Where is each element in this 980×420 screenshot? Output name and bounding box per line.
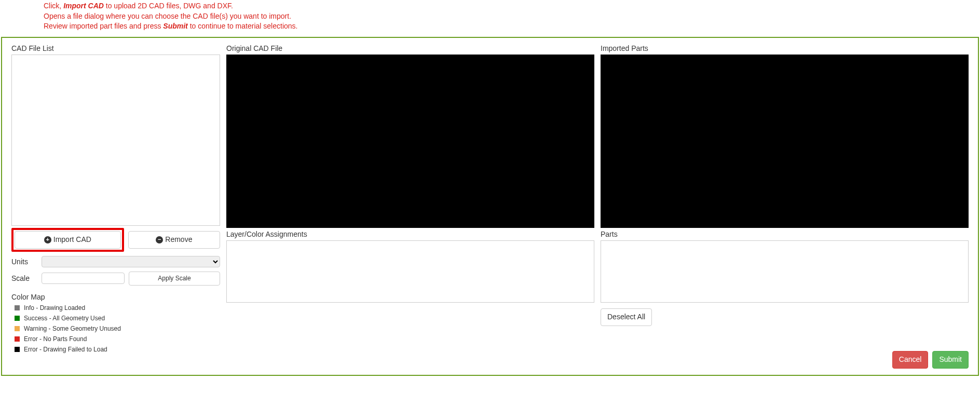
cad-file-list-title: CAD File List xyxy=(11,44,220,52)
text: Click, xyxy=(44,2,63,10)
original-cad-viewer[interactable] xyxy=(226,55,594,228)
color-map-title: Color Map xyxy=(11,293,220,301)
swatch-info-icon xyxy=(15,305,20,310)
units-label: Units xyxy=(11,258,37,266)
button-label: Deselect All xyxy=(607,312,645,322)
deselect-all-button[interactable]: Deselect All xyxy=(601,308,652,326)
text: Review imported part files and press xyxy=(44,22,163,30)
button-label: Submit xyxy=(939,355,962,365)
middle-column: Original CAD File Layer/Color Assignment… xyxy=(226,44,594,356)
legend-label: Warning - Some Geometry Unused xyxy=(24,325,121,332)
swatch-error-icon xyxy=(15,336,20,342)
right-column: Imported Parts Parts Deselect All xyxy=(601,44,969,356)
scale-input[interactable] xyxy=(42,273,125,284)
legend-label: Error - No Parts Found xyxy=(24,335,87,343)
instruction-line-3: Review imported part files and press Sub… xyxy=(44,21,980,32)
imported-parts-title: Imported Parts xyxy=(601,44,969,52)
instruction-line-1: Click, Import CAD to upload 2D CAD files… xyxy=(44,1,980,11)
button-label: Import CAD xyxy=(53,235,91,245)
original-cad-title: Original CAD File xyxy=(226,44,594,52)
legend-success: Success - All Geometry Used xyxy=(15,315,220,322)
instructions: Click, Import CAD to upload 2D CAD files… xyxy=(0,0,980,37)
text: to continue to material selections. xyxy=(188,22,298,30)
text-bold: Submit xyxy=(163,22,187,30)
import-cad-button[interactable]: Import CAD xyxy=(15,231,121,249)
parts-panel[interactable] xyxy=(601,240,969,303)
swatch-error2-icon xyxy=(15,347,20,352)
main-frame: CAD File List Import CAD Remove Units xyxy=(1,37,979,376)
legend-label: Success - All Geometry Used xyxy=(24,315,105,322)
cancel-button[interactable]: Cancel xyxy=(892,351,929,369)
minus-circle-icon xyxy=(156,236,163,243)
parts-title: Parts xyxy=(601,230,969,238)
remove-button[interactable]: Remove xyxy=(128,231,220,249)
button-label: Apply Scale xyxy=(158,274,190,283)
imported-parts-viewer[interactable] xyxy=(601,55,969,228)
button-label: Remove xyxy=(165,235,192,245)
left-column: CAD File List Import CAD Remove Units xyxy=(11,44,220,356)
text-bold: Import CAD xyxy=(63,2,104,10)
scale-label: Scale xyxy=(11,274,37,282)
units-select[interactable] xyxy=(42,256,220,267)
swatch-warning-icon xyxy=(15,326,20,331)
cad-file-listbox[interactable] xyxy=(11,55,220,226)
footer-actions: Cancel Submit xyxy=(892,351,969,369)
legend-warning: Warning - Some Geometry Unused xyxy=(15,325,220,332)
legend-error-noparts: Error - No Parts Found xyxy=(15,335,220,343)
legend-error-failed: Error - Drawing Failed to Load xyxy=(15,346,220,353)
import-cad-highlight: Import CAD xyxy=(11,228,124,252)
plus-circle-icon xyxy=(44,236,51,243)
text: to upload 2D CAD files, DWG and DXF. xyxy=(104,2,233,10)
layer-assignments-title: Layer/Color Assignments xyxy=(226,230,594,238)
instruction-line-2: Opens a file dialog where you can choose… xyxy=(44,11,980,22)
submit-button[interactable]: Submit xyxy=(932,351,969,369)
legend-info: Info - Drawing Loaded xyxy=(15,304,220,311)
legend-label: Info - Drawing Loaded xyxy=(24,304,85,311)
apply-scale-button[interactable]: Apply Scale xyxy=(129,272,220,286)
layer-assignments-panel[interactable] xyxy=(226,240,594,303)
swatch-success-icon xyxy=(15,316,20,321)
legend-label: Error - Drawing Failed to Load xyxy=(24,346,107,353)
button-label: Cancel xyxy=(899,355,922,365)
